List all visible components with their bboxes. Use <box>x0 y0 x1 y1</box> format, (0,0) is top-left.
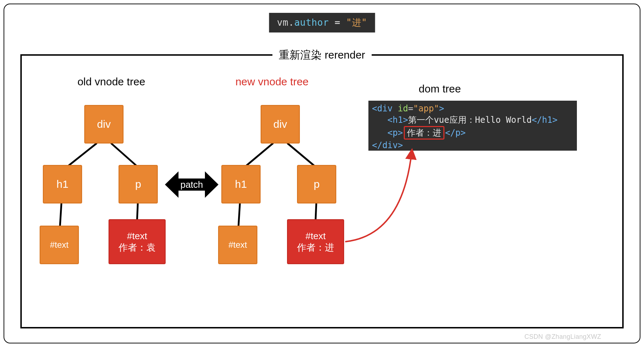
dom-line2-close: </h1> <box>532 115 557 125</box>
dom-line4: </div> <box>372 140 403 150</box>
code-var: vm <box>277 17 288 28</box>
section-title-old: old vnode tree <box>65 76 158 88</box>
dom-line1-val: "app" <box>413 104 439 114</box>
new-node-p: p <box>297 165 336 203</box>
new-node-text-h1: #text <box>218 226 257 264</box>
dom-line2-text: 第一个vue应用：Hello World <box>408 115 532 125</box>
patch-arrow: patch <box>165 169 218 201</box>
code-value: 进 <box>352 17 362 28</box>
watermark: CSDN @ZhangLiangXWZ <box>524 333 601 341</box>
old-node-text-changed: #text 作者：袁 <box>109 219 166 264</box>
old-node-div: div <box>84 105 124 144</box>
dom-line1-attr: id <box>393 104 408 114</box>
new-node-div: div <box>261 105 300 144</box>
old-node-p: p <box>119 165 158 203</box>
dom-line3-close: </p> <box>445 128 466 138</box>
canvas: vm.author = "进" 重新渲染 rerender old vnode … <box>4 4 640 343</box>
dom-line1-open: <div <box>372 104 393 114</box>
section-title-new: new vnode tree <box>226 76 318 88</box>
code-dot: . <box>288 17 294 28</box>
code-prop: author <box>294 17 329 28</box>
code-quote-close: " <box>361 17 367 28</box>
dom-line1-eq: = <box>408 104 413 114</box>
tree-connectors <box>4 4 111 58</box>
new-node-h1: h1 <box>221 165 261 203</box>
dom-line2-open: <h1> <box>387 115 408 125</box>
code-expression: vm.author = "进" <box>269 13 375 32</box>
old-node-text-h1: #text <box>40 226 79 264</box>
dom-highlight-box: 作者：进 <box>404 126 444 140</box>
dom-line3-open: <p> <box>387 128 403 138</box>
rerender-legend: 重新渲染 rerender <box>272 48 372 62</box>
dom-line1-close: > <box>439 104 444 114</box>
dom-line3-text: 作者：进 <box>407 128 441 138</box>
old-node-h1: h1 <box>43 165 82 203</box>
dom-code-panel: <div id="app"> <h1>第一个vue应用：Hello World<… <box>368 101 577 151</box>
patch-label: patch <box>180 179 203 190</box>
code-eq: = <box>329 17 346 28</box>
section-title-dom: dom tree <box>393 83 486 95</box>
new-node-text-changed: #text 作者：进 <box>287 219 344 264</box>
code-quote-open: " <box>346 17 352 28</box>
